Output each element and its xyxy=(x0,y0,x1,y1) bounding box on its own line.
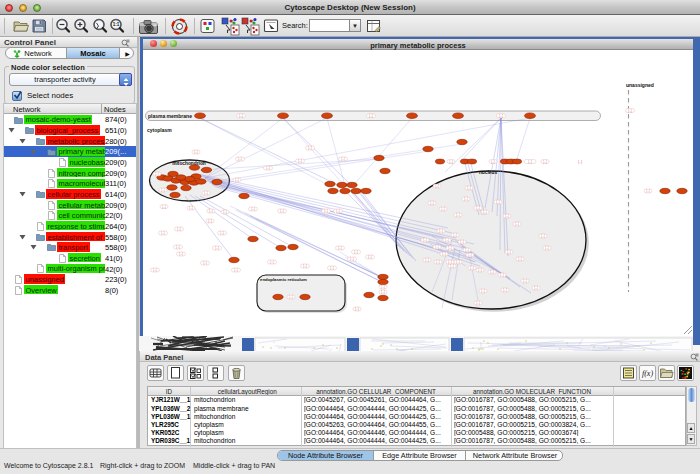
svg-text:[...]: [...] xyxy=(298,159,302,163)
svg-text:[...]: [...] xyxy=(465,248,469,252)
svg-text:[...]: [...] xyxy=(177,227,181,231)
svg-text:[...]: [...] xyxy=(270,260,274,264)
svg-text:[...]: [...] xyxy=(543,160,547,164)
svg-text:[...]: [...] xyxy=(500,273,504,277)
svg-text:[...]: [...] xyxy=(646,189,650,193)
svg-text:[...]: [...] xyxy=(507,250,511,254)
svg-text:[...]: [...] xyxy=(204,191,208,195)
svg-text:[...]: [...] xyxy=(541,234,545,238)
svg-text:[...]: [...] xyxy=(518,257,522,261)
svg-text:mitochondrion: mitochondrion xyxy=(172,161,206,166)
svg-text:[...]: [...] xyxy=(330,266,334,270)
svg-text:[...]: [...] xyxy=(523,279,527,283)
svg-text:[...]: [...] xyxy=(215,246,219,250)
svg-text:[...]: [...] xyxy=(491,160,495,164)
svg-text:[...]: [...] xyxy=(448,246,452,250)
svg-text:[...]: [...] xyxy=(450,264,454,268)
svg-text:[...]: [...] xyxy=(456,213,460,217)
svg-text:[...]: [...] xyxy=(505,214,509,218)
svg-text:[...]: [...] xyxy=(266,166,270,170)
svg-text:[...]: [...] xyxy=(423,238,427,242)
svg-text:[...]: [...] xyxy=(470,266,474,270)
svg-text:[...]: [...] xyxy=(381,290,385,294)
svg-text:[...]: [...] xyxy=(435,184,439,188)
svg-text:[...]: [...] xyxy=(490,270,494,274)
svg-text:[...]: [...] xyxy=(354,250,358,254)
svg-text:[...]: [...] xyxy=(235,178,239,182)
svg-text:unassigned: unassigned xyxy=(626,82,654,88)
svg-text:[...]: [...] xyxy=(628,109,632,113)
svg-text:[...]: [...] xyxy=(338,246,342,250)
svg-text:[...]: [...] xyxy=(194,150,198,154)
svg-text:[...]: [...] xyxy=(453,233,457,237)
svg-text:[...]: [...] xyxy=(209,209,213,213)
svg-text:[...]: [...] xyxy=(239,114,243,118)
svg-text:[...]: [...] xyxy=(578,160,582,164)
svg-text:[...]: [...] xyxy=(251,207,255,211)
svg-text:[...]: [...] xyxy=(534,286,538,290)
svg-text:[...]: [...] xyxy=(430,201,434,205)
svg-text:f(x): f(x) xyxy=(642,369,653,378)
svg-text:[...]: [...] xyxy=(220,231,224,235)
svg-text:[...]: [...] xyxy=(448,260,452,264)
svg-text:[...]: [...] xyxy=(460,240,464,244)
svg-text:[...]: [...] xyxy=(161,188,165,192)
svg-text:[...]: [...] xyxy=(153,268,157,272)
svg-text:[...]: [...] xyxy=(478,268,482,272)
svg-text:[...]: [...] xyxy=(355,307,359,311)
svg-text:[...]: [...] xyxy=(189,206,193,210)
svg-text:[...]: [...] xyxy=(468,253,472,257)
svg-text:[...]: [...] xyxy=(449,160,453,164)
svg-text:[...]: [...] xyxy=(176,245,180,249)
svg-text:[...]: [...] xyxy=(155,172,159,176)
svg-text:[...]: [...] xyxy=(324,209,328,213)
svg-text:[...]: [...] xyxy=(545,246,549,250)
svg-text:[...]: [...] xyxy=(223,210,227,214)
svg-text:[...]: [...] xyxy=(435,245,439,249)
svg-text:[...]: [...] xyxy=(308,146,312,150)
svg-text:[...]: [...] xyxy=(515,222,519,226)
svg-text:[...]: [...] xyxy=(476,301,480,305)
svg-text:[...]: [...] xyxy=(456,260,460,264)
svg-text:[...]: [...] xyxy=(203,261,207,265)
svg-text:[...]: [...] xyxy=(496,200,500,204)
svg-text:endoplasmic reticulum: endoplasmic reticulum xyxy=(260,277,307,282)
svg-text:[...]: [...] xyxy=(350,257,354,261)
svg-text:[...]: [...] xyxy=(528,160,532,164)
svg-text:[...]: [...] xyxy=(280,209,284,213)
svg-text:[...]: [...] xyxy=(162,205,166,209)
svg-text:[...]: [...] xyxy=(445,238,449,242)
svg-text:1:1: 1:1 xyxy=(113,22,120,27)
svg-text:[...]: [...] xyxy=(289,295,293,299)
svg-text:cytoplasm: cytoplasm xyxy=(147,127,172,133)
svg-text:[...]: [...] xyxy=(464,197,468,201)
svg-text:[...]: [...] xyxy=(238,157,242,161)
svg-text:[...]: [...] xyxy=(439,229,443,233)
svg-text:[...]: [...] xyxy=(503,288,507,292)
svg-text:[...]: [...] xyxy=(208,219,212,223)
svg-text:[...]: [...] xyxy=(467,186,471,190)
svg-text:[...]: [...] xyxy=(381,285,385,289)
svg-text:[...]: [...] xyxy=(436,260,440,264)
svg-text:plasma membrane: plasma membrane xyxy=(148,113,192,119)
svg-text:[...]: [...] xyxy=(476,206,480,210)
svg-text:[...]: [...] xyxy=(303,264,307,268)
svg-text:[...]: [...] xyxy=(234,268,238,272)
svg-text:[...]: [...] xyxy=(161,231,165,235)
svg-text:[...]: [...] xyxy=(481,289,485,293)
svg-text:[...]: [...] xyxy=(369,114,373,118)
svg-text:nucleus: nucleus xyxy=(479,170,497,175)
svg-text:[...]: [...] xyxy=(483,210,487,214)
svg-text:[...]: [...] xyxy=(341,157,345,161)
svg-text:[...]: [...] xyxy=(441,207,445,211)
svg-text:[...]: [...] xyxy=(368,255,372,259)
svg-text:[...]: [...] xyxy=(336,209,340,213)
svg-text:[...]: [...] xyxy=(442,252,446,256)
svg-text:[...]: [...] xyxy=(425,258,429,262)
svg-text:[...]: [...] xyxy=(499,114,503,118)
svg-text:[...]: [...] xyxy=(179,252,183,256)
